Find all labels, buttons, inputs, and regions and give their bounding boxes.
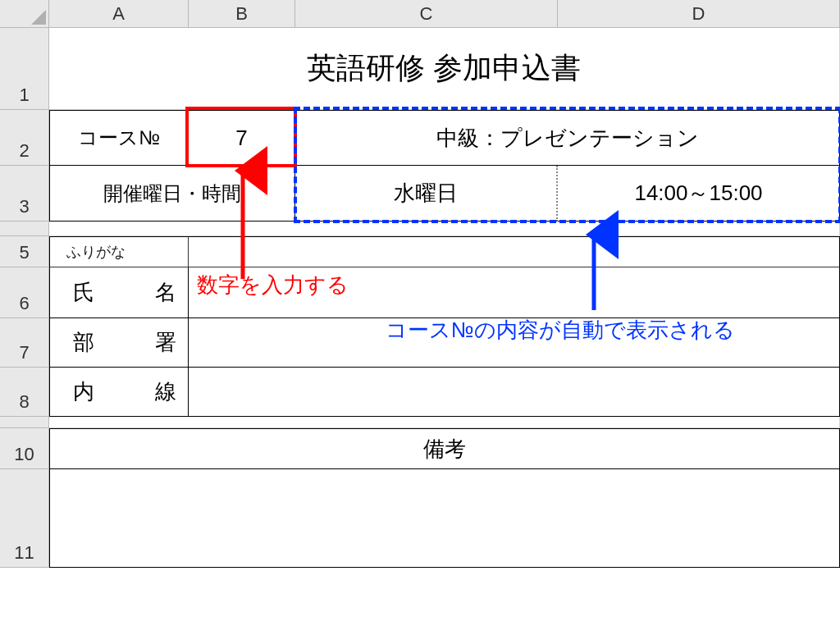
blue-annotation-text: コース№の内容が自動で表示される bbox=[386, 316, 735, 345]
col-header-d[interactable]: D bbox=[558, 0, 840, 28]
col-header-c[interactable]: C bbox=[295, 0, 558, 28]
name-label[interactable]: 氏 名 bbox=[49, 267, 189, 318]
schedule-label[interactable]: 開催曜日・時間 bbox=[49, 166, 295, 222]
red-annotation-text: 数字を入力する bbox=[197, 271, 349, 299]
row-header-7[interactable]: 7 bbox=[0, 318, 49, 368]
red-arrow-icon bbox=[233, 164, 253, 287]
row-header-11[interactable]: 11 bbox=[0, 469, 49, 568]
course-no-value[interactable]: 7 bbox=[189, 110, 295, 166]
row-headers: 1 2 3 5 6 7 8 10 11 bbox=[0, 28, 49, 568]
row-gap-2 bbox=[0, 417, 49, 428]
row-gap-1 bbox=[0, 222, 49, 236]
select-all-corner[interactable] bbox=[0, 0, 49, 28]
grid-area: 英語研修 参加申込書 コース№ 7 中級：プレゼンテーション 開催曜日・時間 水… bbox=[49, 28, 840, 568]
col-header-a[interactable]: A bbox=[49, 0, 189, 28]
course-no-label[interactable]: コース№ bbox=[49, 110, 189, 166]
row-header-2[interactable]: 2 bbox=[0, 110, 49, 166]
gap-cell-2 bbox=[49, 417, 840, 428]
ext-label[interactable]: 内 線 bbox=[49, 368, 189, 417]
schedule-day[interactable]: 水曜日 bbox=[295, 166, 558, 222]
gap-cell-1 bbox=[49, 222, 840, 236]
remarks-label[interactable]: 備考 bbox=[49, 428, 840, 469]
row-header-1[interactable]: 1 bbox=[0, 28, 49, 110]
column-headers: A B C D bbox=[49, 0, 840, 28]
row-header-10[interactable]: 10 bbox=[0, 428, 49, 469]
dept-label[interactable]: 部 署 bbox=[49, 318, 189, 368]
furigana-value[interactable] bbox=[189, 236, 840, 267]
row-header-5[interactable]: 5 bbox=[0, 236, 49, 267]
furigana-label[interactable]: ふりがな bbox=[49, 236, 189, 267]
remarks-value[interactable] bbox=[49, 469, 840, 568]
title-cell[interactable]: 英語研修 参加申込書 bbox=[49, 28, 840, 110]
blue-arrow-icon bbox=[584, 228, 604, 318]
row-header-3[interactable]: 3 bbox=[0, 166, 49, 222]
row-header-6[interactable]: 6 bbox=[0, 267, 49, 318]
schedule-time[interactable]: 14:00～15:00 bbox=[558, 166, 840, 222]
col-header-b[interactable]: B bbox=[189, 0, 295, 28]
row-header-8[interactable]: 8 bbox=[0, 368, 49, 417]
ext-value[interactable] bbox=[189, 368, 840, 417]
course-name[interactable]: 中級：プレゼンテーション bbox=[295, 110, 840, 166]
